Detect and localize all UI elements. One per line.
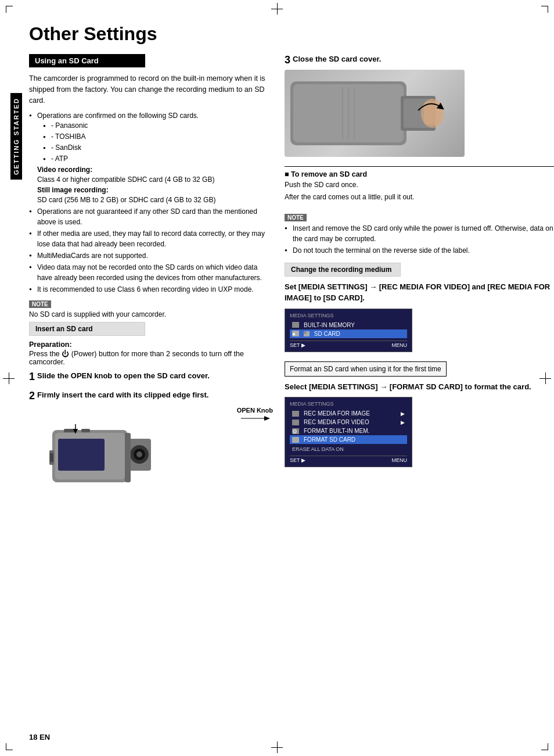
change-recording-section: Change the recording medium Set [MEDIA S…: [285, 263, 554, 352]
operations-confirmed-text: Operations are confirmed on the followin…: [37, 112, 199, 120]
menu2-icon-format-builtin: ⚙: [292, 428, 299, 434]
corner-mark-tr: [541, 6, 548, 13]
step-2: 2 Firmly insert the card with its clippe…: [29, 390, 273, 496]
menu1-label-sdcard: SD CARD: [304, 331, 340, 337]
corner-mark-bl: [6, 743, 13, 750]
menu2-indicator-2: ▶: [401, 420, 405, 425]
step-3-text: Close the SD card cover.: [293, 54, 381, 65]
svg-rect-8: [81, 429, 90, 432]
menu2-icon-format-sd: [292, 437, 299, 443]
menu-screenshot-2: MEDIA SETTINGS REC MEDIA FOR IMAGE ▶ REC…: [285, 397, 412, 467]
menu2-erase-text: ERASE ALL DATA ON: [290, 445, 407, 453]
menu2-bottom-right: MENU: [392, 457, 408, 463]
format-header: Format an SD card when using it for the …: [285, 361, 447, 377]
menu1-item-builtin: BUILT-IN MEMORY: [290, 321, 407, 329]
video-recording-label: Video recording:: [37, 164, 273, 175]
to-remove-text2: After the card comes out a little, pull …: [285, 192, 554, 202]
list-item: - TOSHIBA: [43, 132, 273, 142]
menu1-title: MEDIA SETTINGS: [290, 313, 407, 318]
step-2-text: Firmly insert the card with its clipped …: [37, 390, 208, 400]
preparation-text: Press the ⏻ (Power) button for more than…: [29, 350, 273, 366]
to-remove-section: ■ To remove an SD card Push the SD card …: [285, 166, 554, 202]
insert-sd-header: Insert an SD card: [29, 322, 145, 336]
list-item: - Panasonic: [43, 121, 273, 131]
list-item: Do not touch the terminal on the reverse…: [285, 245, 554, 256]
crosshair-bottom: [271, 741, 283, 753]
svg-rect-10: [50, 453, 53, 462]
corner-mark-tl: [6, 6, 13, 13]
menu1-label-builtin: BUILT-IN MEMORY: [304, 322, 355, 328]
left-column: Using an SD Card The camcorder is progra…: [29, 54, 273, 503]
corner-mark-br: [541, 743, 548, 750]
menu2-item-rec-image: REC MEDIA FOR IMAGE ▶: [290, 409, 407, 418]
format-instruction: Select [MEDIA SETTINGS] → [FORMAT SD CAR…: [285, 381, 554, 393]
list-item: Operations are not guaranteed if any oth…: [29, 206, 273, 227]
list-item: Insert and remove the SD card only while…: [285, 223, 554, 244]
svg-rect-11: [125, 433, 131, 482]
menu2-label-format-builtin: FORMAT BUILT-IN MEM.: [304, 428, 369, 434]
menu2-icon-rec-video: [292, 420, 299, 425]
crosshair-right: [539, 372, 551, 384]
menu2-item-format-builtin: ⚙ FORMAT BUILT-IN MEM.: [290, 427, 407, 435]
camcorder-illustration: OPEN Knob: [41, 407, 273, 496]
step-3-number: 3: [285, 54, 290, 66]
step-1-number: 1: [29, 371, 35, 383]
menu1-bottom-right: MENU: [392, 342, 408, 348]
menu1-icon-sdcard: ●: [292, 331, 299, 336]
step-1-text: Slide the OPEN knob to open the SD card …: [37, 371, 210, 381]
svg-rect-7: [64, 429, 75, 432]
page-title: Other Settings: [29, 23, 554, 45]
list-item: Video data may not be recorded onto the …: [29, 262, 273, 283]
note-bullets: Insert and remove the SD card only while…: [285, 223, 554, 256]
content-area: Using an SD Card The camcorder is progra…: [29, 54, 554, 503]
change-recording-header: Change the recording medium: [285, 263, 401, 277]
intro-text: The camcorder is programmed to record on…: [29, 73, 273, 106]
sidebar-label: GETTING STARTED: [10, 93, 22, 180]
still-image-text: SD card (256 MB to 2 GB) or SDHC card (4…: [37, 195, 273, 205]
camcorder-svg: [41, 407, 157, 494]
menu2-label-format-sd: FORMAT SD CARD: [304, 436, 355, 443]
list-item: - SanDisk: [43, 143, 273, 153]
using-sd-card-header: Using an SD Card: [29, 54, 145, 67]
format-sd-section: Format an SD card when using it for the …: [285, 361, 554, 468]
right-column: 3 Close the SD card cover.: [285, 54, 554, 503]
crosshair-left: [3, 372, 15, 384]
preparation-label: Preparation:: [29, 341, 273, 349]
svg-rect-25: [304, 332, 306, 334]
list-item: MultiMediaCards are not supported.: [29, 250, 273, 261]
to-remove-title: ■ To remove an SD card: [285, 170, 554, 178]
list-item: - ATP: [43, 154, 273, 164]
note-box-left: NOTE: [29, 300, 51, 308]
page-number: 18 EN: [29, 733, 50, 741]
step-1: 1 Slide the OPEN knob to open the SD car…: [29, 371, 273, 383]
list-item: Operations are confirmed on the followin…: [29, 110, 273, 205]
list-item: It is recommended to use Class 6 when re…: [29, 284, 273, 295]
sd-cards-list: - Panasonic - TOSHIBA - SanDisk - ATP: [37, 121, 273, 163]
step-2-number: 2: [29, 390, 35, 402]
change-recording-instruction: Set [MEDIA SETTINGS] → [REC MEDIA FOR VI…: [285, 281, 554, 304]
still-image-label: Still image recording:: [37, 185, 273, 195]
menu1-bottom-left: SET ▶: [290, 342, 305, 348]
menu-screenshot-1: MEDIA SETTINGS BUILT-IN MEMORY ● SD CARD: [285, 309, 412, 352]
menu2-icon-rec-image: [292, 411, 299, 417]
note-box-right: NOTE: [285, 214, 307, 221]
menu2-bottom-left: SET ▶: [290, 457, 305, 463]
menu2-item-format-sd: FORMAT SD CARD: [290, 435, 407, 444]
operations-list: Operations are confirmed on the followin…: [29, 110, 273, 295]
svg-point-5: [136, 452, 142, 457]
menu2-label-rec-image: REC MEDIA FOR IMAGE: [304, 410, 370, 417]
menu2-bottom: SET ▶ MENU: [290, 456, 407, 463]
menu2-indicator-1: ▶: [401, 411, 405, 417]
to-remove-text1: Push the SD card once.: [285, 180, 554, 190]
menu2-label-rec-video: REC MEDIA FOR VIDEO: [304, 419, 369, 425]
crosshair-top: [271, 3, 283, 15]
svg-marker-14: [264, 416, 270, 421]
menu1-item-sdcard: ● SD CARD: [290, 329, 407, 338]
menu1-icon-builtin: [292, 322, 299, 328]
note-text-left: No SD card is supplied with your camcord…: [29, 310, 273, 320]
menu1-bottom: SET ▶ MENU: [290, 341, 407, 348]
video-recording-text: Class 4 or higher compatible SDHC card (…: [37, 175, 273, 185]
sd-card-close-photo: [285, 70, 465, 157]
step-3: 3 Close the SD card cover.: [285, 54, 554, 157]
list-item: If other media are used, they may fail t…: [29, 228, 273, 249]
